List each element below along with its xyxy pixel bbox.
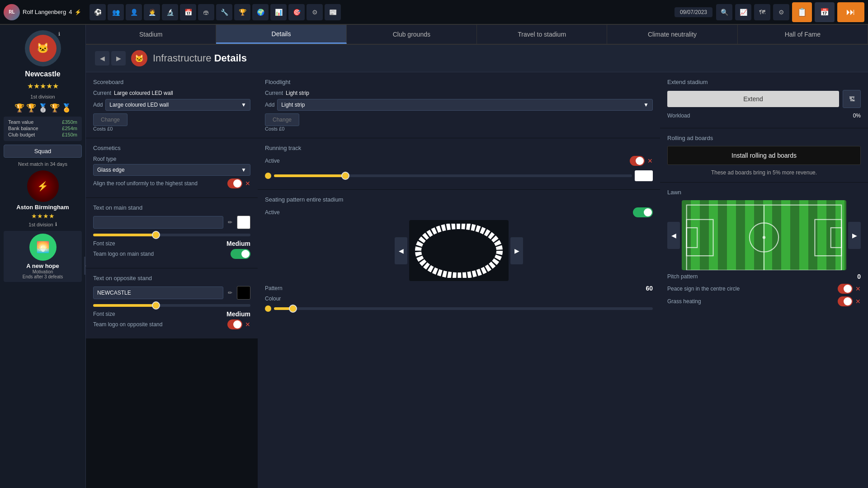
sidebar: 🐱 ℹ Newcastle ★★★★★ 1st division 🏆 🏆 🥈 🏆… [0,25,86,488]
seating-colour-slider: Colour [265,294,653,304]
tab-details[interactable]: Details [216,25,346,44]
install-rolling-ad-button[interactable]: Install rolling ad boards [667,146,861,165]
world-icon[interactable]: 🌍 [252,4,269,20]
align-roof-toggle[interactable] [227,178,242,188]
tab-travel[interactable]: Travel to stadium [477,25,607,44]
trophy-icon[interactable]: 🏆 [234,4,250,20]
seating-prev-button[interactable]: ◀ [395,237,407,264]
seating-colour-slider-track[interactable] [274,307,653,310]
svg-rect-8 [831,228,842,248]
text-main-slider-track[interactable] [93,234,250,236]
team-logo: 🐱 [25,30,61,66]
team-logo-opposite-toggle[interactable] [227,319,242,329]
tab-climate[interactable]: Climate neutrality [607,25,737,44]
floodlight-dropdown[interactable]: Light strip ▼ [277,99,653,111]
tab-hall-of-fame[interactable]: Hall of Fame [738,25,868,44]
bar-chart-icon[interactable]: 📈 [735,4,751,20]
three-col-layout: Scoreboard Current Large coloured LED wa… [86,72,868,488]
financial-info: Team value £350m Bank balance £254m Club… [4,117,82,141]
stadium-icon[interactable]: 🏟 [198,4,214,20]
text-main-font-label: Font size [93,240,115,247]
scoreboard-add-row: Add Large coloured LED wall ▼ [93,99,250,111]
map-icon[interactable]: 🗺 [754,4,770,20]
schedule-icon[interactable]: 📅 [180,4,196,20]
opponent-logo: ⚡ [27,170,59,202]
settings-icon[interactable]: ⚙ [307,4,323,20]
text-opposite-input[interactable] [93,286,223,299]
seating-colour-slider-track-wrap [265,304,653,314]
text-main-input[interactable] [93,216,223,229]
text-main-slider-thumb[interactable] [152,231,160,239]
target-icon[interactable]: 🎯 [288,4,305,20]
opponent-section: ⚡ Aston Birmingham ★★★★ 1st division ℹ [4,170,82,227]
seating-colour-slider-thumb[interactable] [289,305,297,313]
team-value: £350m [62,119,77,125]
page-logo: 🐱 [131,50,147,66]
fast-forward-button[interactable]: ⏭ [837,2,864,22]
team-logo-main-toggle[interactable] [231,249,250,259]
pitch-pattern-row: Pitch pattern 0 [667,273,861,280]
opponent-info-icon[interactable]: ℹ [55,221,57,227]
settings-icon2[interactable]: 🔧 [216,4,232,20]
seating-next-button[interactable]: ▶ [510,237,523,264]
pitch-next-button[interactable]: ▶ [848,222,861,249]
news-icon[interactable]: 📰 [325,4,341,20]
scouting-icon[interactable]: 🔬 [162,4,178,20]
roof-type-row: Glass edge ▼ [93,164,250,176]
staff-icon[interactable]: 🧑‍💼 [144,4,160,20]
team-logo-main-knob [241,250,250,258]
team-name: Newcastle [25,70,60,78]
extend-button[interactable]: Extend [667,91,839,107]
tab-club-grounds[interactable]: Club grounds [347,25,477,44]
floodlight-change-button[interactable]: Change [265,113,299,126]
pattern-label: Pattern [265,285,283,291]
next-match: Next match in 34 days [18,161,67,167]
scoreboard-change-button[interactable]: Change [93,113,127,126]
squad-button[interactable]: Squad [4,145,82,158]
peace-sign-toggle[interactable] [838,284,853,294]
peace-sign-knob [844,285,852,293]
tab-stadium[interactable]: Stadium [86,25,216,44]
text-main-color-box[interactable] [237,216,250,229]
team-logo-inner: 🐱 [29,35,57,62]
rolling-ad-title: Rolling ad boards [667,135,861,141]
text-opposite-color-box[interactable] [237,286,250,300]
squad-icon[interactable]: 👥 [108,4,124,20]
chart-icon[interactable]: 📊 [270,4,287,20]
running-track-section: Running track Active ✕ [258,138,660,189]
running-track-slider-track[interactable] [274,174,632,177]
tactics-icon[interactable]: ⚽ [90,4,106,20]
bank-balance-row: Bank balance £254m [8,126,77,131]
roof-type-dropdown[interactable]: Glass edge ▼ [93,164,250,176]
grass-heating-toggle[interactable] [838,296,853,306]
align-roof-label: Align the roof uniformly to the highest … [93,180,225,187]
date-display: 09/07/2023 [675,7,712,17]
text-main-stand-section: Text on main stand ✏ Font size Medium [86,198,258,268]
text-opposite-stand-section: Text on opposite stand ✏ Font size Mediu… [86,268,258,338]
running-track-slider-thumb[interactable] [341,172,349,180]
workload-label: Workload [667,113,690,119]
search-icon[interactable]: 🔍 [716,4,732,20]
pitch-prev-button[interactable]: ◀ [667,222,680,249]
calendar-icon[interactable]: 📅 [815,2,835,22]
forward-arrow[interactable]: ▶ [111,51,126,66]
seating-active-toggle[interactable] [633,207,653,217]
trophies: 🏆 🏆 🥈 🏆 🏅 [14,103,71,113]
calendar-orange-icon[interactable]: 📋 [792,2,812,22]
gear-icon[interactable]: ⚙ [773,4,789,20]
team-value-label: Team value [8,119,33,125]
text-main-font-value: Medium [226,240,250,247]
peace-sign-label: Peace sign in the centre circle [667,286,835,292]
text-opposite-slider-thumb[interactable] [152,301,160,310]
motivation-logo: 🌅 [29,234,57,261]
running-track-toggle[interactable] [630,156,645,166]
seating-active-knob [644,208,652,216]
team-info-icon[interactable]: ℹ [58,31,60,37]
scoreboard-dropdown[interactable]: Large coloured LED wall ▼ [105,99,250,111]
workload-row: Workload 0% [667,113,861,119]
player-icon[interactable]: 👤 [126,4,142,20]
motivation-sub: Ends after 3 defeats [8,274,77,279]
back-arrow[interactable]: ◀ [95,51,109,66]
text-opposite-slider-track[interactable] [93,304,250,307]
peace-sign-row: Peace sign in the centre circle ✕ [667,284,861,294]
